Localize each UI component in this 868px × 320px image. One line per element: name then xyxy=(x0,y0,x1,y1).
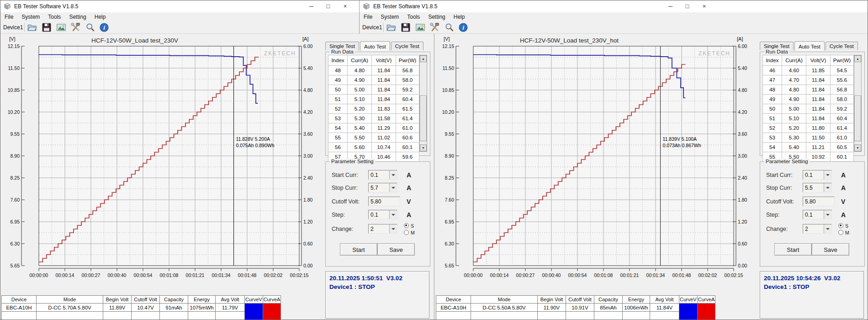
stop-curr-combo[interactable]: 5.5 xyxy=(803,183,832,192)
svg-text:ZKETECH: ZKETECH xyxy=(264,50,296,57)
cutoff-volt-field[interactable]: 5.80 xyxy=(803,197,835,206)
menu-system[interactable]: System xyxy=(376,12,403,20)
run-data-row[interactable]: 484.8011.8456.8 xyxy=(763,85,854,95)
window-content: 12.1511.5010.8510.209.558.908.257.606.95… xyxy=(434,0,868,320)
run-data-row[interactable]: 505.0011.8459.2 xyxy=(763,104,854,114)
run-data-group-label: Run Data xyxy=(764,49,789,54)
svg-text:11.50: 11.50 xyxy=(8,65,20,71)
status-column-header: CurveA xyxy=(263,296,281,304)
status-column-header: Device xyxy=(2,296,37,304)
run-data-cell: 5.20 xyxy=(782,123,806,133)
svg-text:00:00:54: 00:00:54 xyxy=(134,272,153,278)
status-column-header: Energy xyxy=(623,296,650,304)
device-selector[interactable]: Device1 xyxy=(362,24,382,31)
svg-text:00:01:48: 00:01:48 xyxy=(238,272,257,278)
change-value: 2 xyxy=(805,226,808,232)
radio-seconds[interactable] xyxy=(838,223,843,228)
status-empty-cell xyxy=(471,312,538,320)
run-data-row[interactable]: 474.7011.8455.6 xyxy=(763,75,854,85)
chevron-down-icon[interactable] xyxy=(824,171,831,179)
status-value-cell: 91mAh xyxy=(160,304,188,312)
svg-text:5.40: 5.40 xyxy=(738,65,747,71)
tab-cycle-test[interactable]: Cycle Test xyxy=(826,42,858,50)
run-column-header: Volt(V) xyxy=(806,55,831,66)
chevron-down-icon[interactable] xyxy=(824,224,831,233)
run-data-row[interactable]: 525.2011.8061.4 xyxy=(763,123,854,133)
svg-text:5.65: 5.65 xyxy=(445,263,455,268)
start-curr-combo[interactable]: 0.1 xyxy=(803,170,832,180)
device-status-value-row: EBC-A10HD-CC 5.70A 5.80V11.89V10.47V91mA… xyxy=(2,304,281,312)
change-label: Change: xyxy=(332,226,353,232)
status-column-header: Begin Volt xyxy=(103,296,132,304)
tab-auto-test[interactable]: Auto Test xyxy=(794,41,825,51)
svg-text:11.50: 11.50 xyxy=(443,65,455,71)
run-data-cell: 60.1 xyxy=(831,152,854,162)
run-data-cell: 11.50 xyxy=(806,133,831,143)
svg-text:10.20: 10.20 xyxy=(8,109,20,115)
svg-text:8.25: 8.25 xyxy=(445,175,455,181)
status-empty-cell xyxy=(538,312,566,320)
change-unit-radios: S M xyxy=(838,222,849,236)
run-data-row[interactable]: 545.4011.2160.5 xyxy=(763,143,854,152)
svg-text:00:02:15: 00:02:15 xyxy=(725,272,743,278)
run-data-cell: 11.84 xyxy=(806,95,831,104)
cutoff-volt-unit: V xyxy=(841,198,845,205)
menu-file[interactable]: File xyxy=(360,12,376,20)
status-column-header: Cutoff Volt xyxy=(132,296,160,304)
svg-text:9.55: 9.55 xyxy=(11,131,20,137)
svg-text:[V]: [V] xyxy=(9,36,15,42)
open-file-icon[interactable] xyxy=(386,22,396,32)
run-data-scrollbar[interactable]: ▲ ▼ xyxy=(854,55,862,152)
run-data-row[interactable]: 494.9011.8458.0 xyxy=(763,95,854,104)
run-data-cell: 11.84 xyxy=(806,104,831,114)
status-empty-cell xyxy=(103,312,132,320)
run-data-cell: 48 xyxy=(328,66,348,75)
run-data-table: IndexCurr(A)Volt(V)Pwr(W)464.6011.8554.5… xyxy=(762,55,854,162)
save-icon[interactable] xyxy=(401,22,411,32)
menu-tools[interactable]: Tools xyxy=(403,12,424,20)
step-value: 0.1 xyxy=(805,212,813,218)
run-data-cell: 5.40 xyxy=(782,143,806,152)
svg-text:2.40: 2.40 xyxy=(303,175,313,181)
app-icon xyxy=(363,3,370,10)
curve-a-swatch xyxy=(697,304,715,320)
load-test-chart[interactable]: 12.1511.5010.8510.209.558.908.257.606.95… xyxy=(434,34,759,283)
status-column-header: Capacity xyxy=(594,296,623,304)
run-data-row[interactable]: 515.1011.8460.4 xyxy=(763,114,854,123)
step-label: Step: xyxy=(766,212,779,218)
run-data-cell: 50 xyxy=(763,104,782,114)
save-button[interactable]: Save xyxy=(812,243,849,256)
run-data-cell: 10.92 xyxy=(806,152,831,162)
status-value-cell: 1075mWh xyxy=(188,304,216,312)
svg-text:6.00: 6.00 xyxy=(738,43,747,49)
status-empty-cell xyxy=(2,312,37,320)
scroll-down-button[interactable]: ▼ xyxy=(854,144,861,151)
svg-text:00:02:02: 00:02:02 xyxy=(699,272,717,278)
svg-text:00:00:27: 00:00:27 xyxy=(516,272,535,278)
svg-text:10.20: 10.20 xyxy=(442,109,454,115)
scroll-up-button[interactable]: ▲ xyxy=(854,55,861,62)
status-value-cell: EBC-A10H xyxy=(2,304,37,312)
load-test-chart[interactable]: 12.1511.5010.8510.209.558.908.257.606.95… xyxy=(0,34,324,283)
svg-text:0.60: 0.60 xyxy=(303,241,313,246)
status-empty-cell xyxy=(594,312,623,320)
start-button[interactable]: Start xyxy=(774,243,812,256)
status-value-cell: D-CC 5.70A 5.80V xyxy=(37,304,103,312)
step-combo[interactable]: 0.1 xyxy=(803,210,832,219)
image-export-icon[interactable] xyxy=(415,22,425,32)
run-data-cell: 4.90 xyxy=(782,95,806,104)
chevron-down-icon[interactable] xyxy=(824,183,831,192)
chevron-down-icon[interactable] xyxy=(824,210,831,219)
scroll-thumb[interactable] xyxy=(854,96,861,141)
status-column-header: Avg Volt xyxy=(650,296,679,304)
change-combo[interactable]: 2 xyxy=(803,224,832,234)
run-data-row[interactable]: 535.3011.5061.0 xyxy=(763,133,854,143)
run-data-row[interactable]: 464.6011.8554.5 xyxy=(763,66,854,75)
radio-minutes[interactable] xyxy=(838,230,843,235)
svg-text:3.60: 3.60 xyxy=(738,131,747,137)
window-title: EB Tester Software V1.8.5 xyxy=(373,3,438,10)
status-column-header: CurveV xyxy=(679,296,698,304)
start-curr-label: Start Curr: xyxy=(766,172,793,178)
status-value-cell: EBC-A10H xyxy=(436,304,471,312)
svg-text:00:01:21: 00:01:21 xyxy=(186,272,205,278)
